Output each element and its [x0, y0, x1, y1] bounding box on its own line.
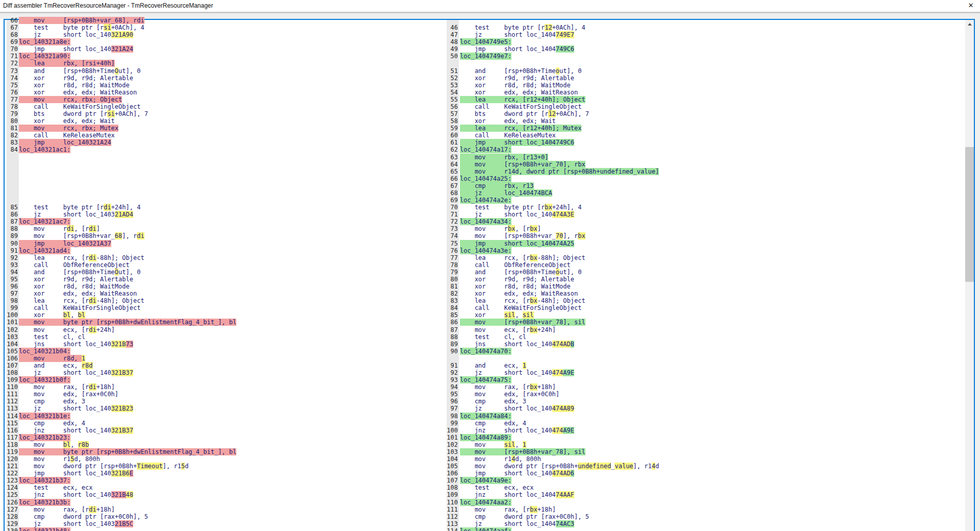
asm-line[interactable]: lea rcx, [rbx-48h]; Object	[460, 297, 585, 304]
asm-line[interactable]: xor r9d, r9d; Alertable	[460, 75, 574, 82]
asm-line[interactable]: loc_140321b37:	[19, 477, 70, 484]
asm-line[interactable]: call ObfReferenceObject	[460, 261, 571, 269]
asm-line[interactable]: xor bl, bl	[19, 311, 85, 319]
asm-line[interactable]: jnz short loc_140321B37	[19, 427, 133, 434]
asm-line[interactable]: test byte ptr [r12+0ACh], 4	[460, 24, 585, 31]
asm-line[interactable]: mov r15d, 800h	[19, 455, 100, 463]
asm-line[interactable]: jmp short loc_140474A25	[460, 240, 574, 247]
asm-line[interactable]: loc_140474aaf:	[460, 527, 511, 531]
asm-line[interactable]: jz short loc_140474AC3	[460, 520, 574, 527]
asm-line[interactable]: jmp short loc_1404749C6	[460, 45, 574, 53]
asm-line[interactable]: loc_140474a89:	[460, 434, 511, 441]
asm-line[interactable]: mov [rsp+0B8h+var_70], rbx	[460, 232, 585, 239]
asm-line[interactable]: call KeReleaseMutex	[460, 132, 556, 139]
asm-line[interactable]: lea rcx, [rbx-88h]; Object	[460, 254, 585, 261]
asm-line[interactable]: xor edx, edx; WaitReason	[19, 290, 137, 297]
asm-line[interactable]: jz short loc_140474A89	[460, 405, 574, 412]
asm-line[interactable]: cmp edx, 4	[460, 420, 526, 427]
asm-line[interactable]: jnz short loc_140474AAF	[460, 491, 574, 498]
asm-line[interactable]: mov rax, [rbx+18h]	[460, 506, 556, 513]
asm-line[interactable]: mov [rsp+0B8h+var_68], rdi	[19, 17, 144, 24]
asm-line[interactable]: call KeWaitForSingleObject	[19, 103, 140, 110]
scroll-up-button[interactable]	[965, 20, 974, 29]
asm-line[interactable]: and [rsp+0B8h+TimeOut], 0	[19, 67, 140, 75]
asm-line[interactable]: mov ecx, [rbx+24h]	[460, 326, 556, 333]
asm-line[interactable]: test cl, cl	[460, 333, 526, 341]
asm-line[interactable]: cmp rbx, r13	[460, 182, 534, 189]
asm-line[interactable]: cmp edx, 4	[19, 420, 85, 427]
asm-line[interactable]: loc_140474a84:	[460, 413, 511, 420]
asm-line[interactable]: xor r8d, r8d; WaitMode	[19, 82, 130, 89]
asm-line[interactable]: mov edx, [rax+0C0h]	[460, 391, 559, 398]
asm-line[interactable]: test cl, cl	[19, 333, 85, 341]
asm-line[interactable]: test byte ptr [rsi+0ACh], 4	[19, 24, 144, 31]
asm-line[interactable]: lea rbx, [rsi+40h]	[19, 60, 115, 67]
asm-line[interactable]: jz short loc_140321AD4	[19, 211, 133, 218]
asm-line[interactable]: mov bl, r8b	[19, 441, 89, 448]
asm-line[interactable]: cmp edx, 3	[19, 398, 85, 405]
vertical-scrollbar[interactable]	[965, 20, 974, 531]
asm-line[interactable]: mov r14d, 800h	[460, 455, 541, 463]
asm-line[interactable]: mov rax, [rdi+18h]	[19, 383, 115, 391]
asm-line[interactable]: mov ecx, [rdi+24h]	[19, 326, 115, 333]
asm-line[interactable]: loc_140321b48:	[19, 527, 70, 531]
asm-line[interactable]: jz short loc_140474A3E	[460, 211, 574, 218]
asm-line[interactable]: loc_1404749e7:	[460, 53, 511, 60]
asm-line[interactable]: lea rcx, [rdi-48h]; Object	[19, 297, 144, 304]
asm-line[interactable]: and [rsp+0B8h+Timeout], 0	[460, 269, 581, 276]
asm-line[interactable]: mov [rsp+0B8h+var_78], sil	[460, 448, 585, 455]
asm-line[interactable]: test byte ptr [rdi+24h], 4	[19, 204, 140, 211]
asm-line[interactable]: cmp dword ptr [rax+0C0h], 5	[19, 513, 148, 520]
asm-line[interactable]: mov [rsp+0B8h+var_78], sil	[460, 319, 585, 326]
asm-line[interactable]: jns short loc_140474ADB	[460, 341, 574, 348]
asm-line[interactable]: and [rsp+0B8h+TimeOut], 0	[19, 269, 140, 276]
asm-line[interactable]: loc_140321a90:	[19, 53, 70, 60]
asm-line[interactable]: jz short loc_140321B37	[19, 369, 133, 376]
asm-line[interactable]: mov r8d, 1	[19, 355, 85, 362]
asm-line[interactable]: loc_140321b1e:	[19, 413, 70, 420]
asm-line[interactable]: test ecx, ecx	[19, 484, 93, 491]
asm-line[interactable]: xor r9d, r9d; Alertable	[460, 276, 574, 283]
asm-line[interactable]: loc_140321b3b:	[19, 499, 70, 506]
asm-line[interactable]: xor r8d, r8d; WaitMode	[19, 283, 130, 290]
asm-line[interactable]: xor edx, edx; WaitReason	[19, 89, 137, 96]
asm-line[interactable]: test byte ptr [rbx+24h], 4	[460, 204, 581, 211]
asm-line[interactable]: loc_140321ac7:	[19, 218, 70, 225]
asm-line[interactable]: loc_140321b23:	[19, 434, 70, 441]
asm-line[interactable]: and [rsp+0B8h+Timeout], 0	[460, 67, 581, 75]
asm-line[interactable]: xor edx, edx; WaitReason	[460, 89, 578, 96]
asm-line[interactable]: xor r8d, r8d; WaitMode	[460, 283, 571, 290]
asm-line[interactable]: and ecx, r8d	[19, 362, 93, 369]
asm-line[interactable]: loc_140474a70:	[460, 348, 511, 355]
asm-line[interactable]: jz short loc_140321B23	[19, 405, 133, 412]
asm-line[interactable]: and ecx, 1	[460, 362, 526, 369]
asm-line[interactable]: call KeWaitForSingleObject	[460, 304, 581, 311]
asm-line[interactable]: loc_140474a75:	[460, 376, 511, 383]
asm-line[interactable]: loc_140474a34:	[460, 218, 511, 225]
asm-line[interactable]: jmp loc_140321A24	[19, 139, 111, 146]
asm-line[interactable]: mov rax, [rbx+18h]	[460, 383, 556, 391]
scrollbar-thumb[interactable]	[965, 147, 974, 282]
asm-line[interactable]: loc_140321a8e:	[19, 38, 70, 45]
asm-line[interactable]: loc_140321b0f:	[19, 376, 70, 383]
asm-line[interactable]: loc_140474aa2:	[460, 499, 511, 506]
asm-line[interactable]: mov rcx, rbx; Mutex	[19, 125, 118, 132]
asm-line[interactable]: jnz short loc_140321B48	[19, 491, 133, 498]
asm-line[interactable]: mov rax, [rdi+18h]	[19, 506, 115, 513]
asm-line[interactable]: mov dword ptr [rsp+0B8h+undefined_value]…	[460, 463, 659, 470]
asm-line[interactable]: xor edx, edx; Wait	[460, 117, 556, 125]
asm-line[interactable]: jmp short loc_1404749C6	[460, 139, 574, 146]
asm-line[interactable]: mov rdi, [rdi]	[19, 225, 100, 232]
asm-line[interactable]: loc_1404749e5:	[460, 38, 511, 45]
asm-line[interactable]: mov [rsp+0B8h+var_70], rbx	[460, 161, 585, 168]
asm-line[interactable]: xor sil, sil	[460, 311, 534, 319]
asm-line[interactable]: jmp loc_140321A37	[19, 240, 111, 247]
asm-line[interactable]: mov byte ptr [rsp+0B8h+dwEnlistmentFlag_…	[19, 448, 236, 455]
asm-line[interactable]: bts dword ptr [rsi+0ACh], 7	[19, 110, 148, 117]
asm-line[interactable]: loc_140474a25:	[460, 175, 511, 182]
asm-line[interactable]: jz short loc_140474A9E	[460, 369, 574, 376]
asm-line[interactable]: jmp short loc_140321B6E	[19, 470, 133, 477]
asm-line[interactable]: mov byte ptr [rsp+0B8h+dwEnlistmentFlag_…	[19, 319, 236, 326]
asm-line[interactable]: xor r9d, r9d; Alertable	[19, 75, 133, 82]
asm-line[interactable]: lea rcx, [r12+40h]; Object	[460, 96, 585, 103]
